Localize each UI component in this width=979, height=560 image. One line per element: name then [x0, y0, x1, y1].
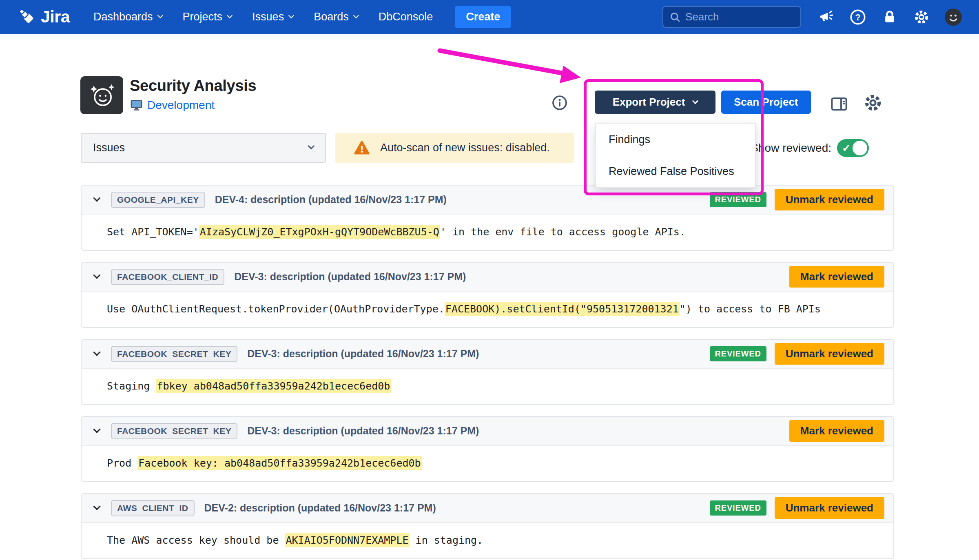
export-project-button[interactable]: Export Project	[595, 91, 715, 114]
user-avatar[interactable]	[944, 8, 963, 27]
issue-body: The AWS access key should be AKIAIO5FODN…	[82, 523, 893, 558]
jira-logo[interactable]: Jira	[18, 7, 70, 27]
secret-highlight: AIzaSyCLWjZ0_ETxgPOxH-gQYT9ODeWcBBZU5-Q	[199, 225, 440, 239]
collapse-button[interactable]	[91, 430, 103, 432]
nav-item-issues[interactable]: Issues	[252, 11, 293, 23]
logo-text: Jira	[41, 7, 70, 27]
project-avatar-art	[84, 80, 120, 111]
megaphone-icon	[818, 9, 834, 25]
create-button[interactable]: Create	[455, 6, 511, 28]
secret-highlight: AKIAIO5FODNN7EXAMPLE	[285, 533, 410, 547]
issue-card-header: AWS_CLIENT_ID DEV-2: description (update…	[82, 494, 893, 523]
chevron-down-icon	[692, 97, 699, 104]
issue-card: GOOGLE_API_KEY DEV-4: description (updat…	[81, 185, 894, 251]
chevron-down-icon	[157, 13, 163, 18]
reviewed-badge: REVIEWED	[710, 346, 766, 361]
body-text: Staging	[107, 380, 156, 392]
help-button[interactable]: ?	[848, 8, 867, 27]
chevron-down-icon	[93, 425, 100, 433]
body-text: ' in the env file to access google APIs.	[440, 226, 686, 238]
nav-item-dashboards[interactable]: Dashboards	[93, 11, 162, 23]
show-reviewed-toggle[interactable]: ✓	[837, 139, 869, 157]
issue-type-select[interactable]: Issues	[81, 133, 326, 163]
export-project-label: Export Project	[613, 96, 685, 108]
body-text: The AWS access key should be	[107, 534, 285, 546]
collapse-button[interactable]	[91, 353, 103, 355]
reviewed-badge: REVIEWED	[710, 500, 766, 516]
svg-text:?: ?	[855, 12, 861, 22]
issue-type-badge: AWS_CLIENT_ID	[111, 500, 195, 516]
collapse-button[interactable]	[91, 276, 103, 278]
monitor-icon	[130, 98, 143, 112]
issue-title: DEV-4: description (updated 16/Nov/23 1:…	[215, 194, 447, 206]
chevron-down-icon	[353, 13, 359, 18]
review-action-button[interactable]: Mark reviewed	[789, 420, 884, 442]
details-view-button[interactable]	[830, 95, 848, 113]
issue-header-actions: REVIEWED Unmark reviewed	[710, 497, 884, 519]
project-header: Security Analysis Development	[80, 76, 256, 114]
issue-list: GOOGLE_API_KEY DEV-4: description (updat…	[81, 185, 894, 560]
nav-item-label: Projects	[183, 11, 223, 23]
issue-card: AWS_CLIENT_ID DEV-2: description (update…	[81, 493, 894, 559]
menu-item-findings[interactable]: Findings	[596, 124, 755, 155]
body-text: in staging.	[410, 534, 483, 546]
issue-body: Staging fbkey ab048ad50ffa33959a242b1ece…	[82, 369, 893, 404]
collapse-button[interactable]	[91, 199, 103, 201]
menu-item-reviewed-false-positives[interactable]: Reviewed False Positives	[596, 155, 755, 187]
body-text: Prod	[107, 457, 137, 469]
issue-header-actions: REVIEWED Unmark reviewed	[710, 189, 884, 210]
issue-title: DEV-3: description (updated 16/Nov/23 1:…	[247, 348, 479, 360]
nav-item-label: Boards	[314, 11, 349, 23]
info-icon	[552, 95, 568, 111]
warning-text: Auto-scan of new issues: disabled.	[380, 142, 550, 154]
panel-icon	[830, 95, 848, 113]
chevron-down-icon	[93, 502, 100, 510]
issue-header-actions: Mark reviewed	[789, 420, 884, 442]
search-input[interactable]	[685, 11, 795, 23]
issue-header-actions: REVIEWED Unmark reviewed	[710, 343, 884, 365]
nav-item-label: DbConsole	[379, 11, 433, 23]
announcements-button[interactable]	[817, 8, 835, 27]
user-avatar-icon	[944, 8, 963, 27]
issue-card-header: FACEBOOK_CLIENT_ID DEV-3: description (u…	[82, 263, 893, 292]
check-icon: ✓	[842, 139, 851, 157]
project-avatar	[80, 76, 123, 114]
annotation-arrow	[432, 43, 587, 88]
issue-card-header: FACEBOOK_SECRET_KEY DEV-3: description (…	[82, 340, 893, 369]
warning-icon	[353, 139, 370, 157]
search-box[interactable]	[662, 6, 801, 28]
info-button[interactable]	[552, 95, 568, 111]
chevron-down-icon	[308, 143, 315, 150]
issue-card: FACEBOOK_CLIENT_ID DEV-3: description (u…	[81, 262, 894, 328]
issue-header-actions: Mark reviewed	[789, 266, 884, 288]
secret-highlight: fbkey ab048ad50ffa33959a242b1ecec6ed0b	[156, 379, 391, 393]
permissions-button[interactable]	[880, 8, 899, 27]
chevron-down-icon	[227, 13, 233, 18]
nav-item-boards[interactable]: Boards	[314, 11, 358, 23]
chevron-down-icon	[288, 13, 294, 18]
issue-type-badge: FACEBOOK_CLIENT_ID	[111, 269, 224, 285]
issue-body: Prod Facebook key: ab048ad50ffa33959a242…	[82, 446, 893, 481]
issue-card: FACEBOOK_SECRET_KEY DEV-3: description (…	[81, 416, 894, 482]
review-action-button[interactable]: Unmark reviewed	[775, 497, 884, 519]
review-action-button[interactable]: Unmark reviewed	[775, 189, 884, 210]
settings-button[interactable]	[912, 8, 931, 27]
scan-project-button[interactable]: Scan Project	[721, 91, 811, 114]
issue-card-header: GOOGLE_API_KEY DEV-4: description (updat…	[82, 186, 893, 215]
project-type-link[interactable]: Development	[147, 99, 215, 112]
nav-item-dbconsole[interactable]: DbConsole	[379, 11, 433, 23]
project-settings-button[interactable]	[863, 93, 883, 113]
issue-type-badge: FACEBOOK_SECRET_KEY	[111, 346, 237, 362]
secret-highlight: FACEBOOK).setClientId("950513172001321	[445, 302, 680, 316]
collapse-button[interactable]	[91, 507, 103, 509]
export-menu: Findings Reviewed False Positives	[595, 123, 756, 188]
nav-item-projects[interactable]: Projects	[183, 11, 232, 23]
issue-title: DEV-3: description (updated 16/Nov/23 1:…	[234, 271, 466, 283]
review-action-button[interactable]: Mark reviewed	[789, 266, 884, 288]
issue-type-badge: FACEBOOK_SECRET_KEY	[111, 423, 237, 439]
chevron-down-icon	[93, 348, 100, 356]
issue-type-badge: GOOGLE_API_KEY	[111, 192, 205, 208]
gear-icon	[913, 9, 930, 25]
review-action-button[interactable]: Unmark reviewed	[775, 343, 884, 365]
chevron-down-icon	[93, 271, 100, 279]
